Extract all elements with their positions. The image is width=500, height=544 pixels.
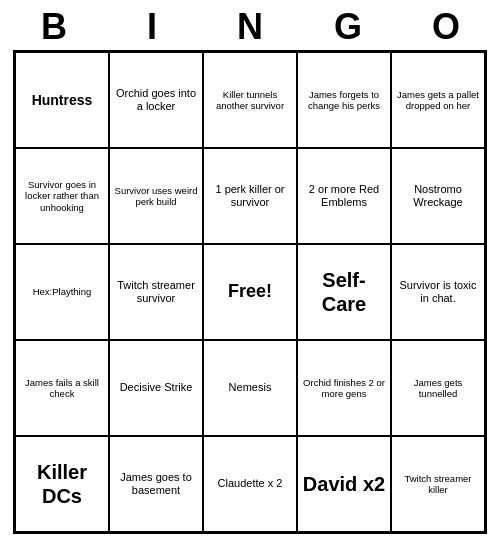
bingo-cell-14[interactable]: Survivor is toxic in chat. — [391, 244, 485, 340]
bingo-cell-10[interactable]: Hex:Plaything — [15, 244, 109, 340]
bingo-cell-8[interactable]: 2 or more Red Emblems — [297, 148, 391, 244]
bingo-header: B I N G O — [5, 0, 495, 50]
bingo-cell-9[interactable]: Nostromo Wreckage — [391, 148, 485, 244]
bingo-cell-7[interactable]: 1 perk killer or survivor — [203, 148, 297, 244]
bingo-cell-23[interactable]: David x2 — [297, 436, 391, 532]
bingo-cell-13[interactable]: Self-Care — [297, 244, 391, 340]
header-letter-n: N — [205, 6, 295, 48]
bingo-cell-19[interactable]: James gets tunnelled — [391, 340, 485, 436]
bingo-cell-15[interactable]: James fails a skill check — [15, 340, 109, 436]
bingo-cell-3[interactable]: James forgets to change his perks — [297, 52, 391, 148]
bingo-cell-5[interactable]: Survivor goes in locker rather than unho… — [15, 148, 109, 244]
header-letter-o: O — [401, 6, 491, 48]
bingo-cell-24[interactable]: Twitch streamer killer — [391, 436, 485, 532]
bingo-cell-2[interactable]: Killer tunnels another survivor — [203, 52, 297, 148]
bingo-cell-12[interactable]: Free! — [203, 244, 297, 340]
bingo-grid: HuntressOrchid goes into a lockerKiller … — [13, 50, 487, 534]
bingo-cell-6[interactable]: Survivor uses weird perk build — [109, 148, 203, 244]
header-letter-g: G — [303, 6, 393, 48]
bingo-cell-0[interactable]: Huntress — [15, 52, 109, 148]
bingo-cell-20[interactable]: Killer DCs — [15, 436, 109, 532]
bingo-cell-4[interactable]: James gets a pallet dropped on her — [391, 52, 485, 148]
bingo-cell-11[interactable]: Twitch streamer survivor — [109, 244, 203, 340]
bingo-cell-18[interactable]: Orchid finishes 2 or more gens — [297, 340, 391, 436]
bingo-cell-21[interactable]: James goes to basement — [109, 436, 203, 532]
bingo-cell-16[interactable]: Decisive Strike — [109, 340, 203, 436]
bingo-cell-1[interactable]: Orchid goes into a locker — [109, 52, 203, 148]
header-letter-i: I — [107, 6, 197, 48]
header-letter-b: B — [9, 6, 99, 48]
bingo-cell-17[interactable]: Nemesis — [203, 340, 297, 436]
bingo-cell-22[interactable]: Claudette x 2 — [203, 436, 297, 532]
